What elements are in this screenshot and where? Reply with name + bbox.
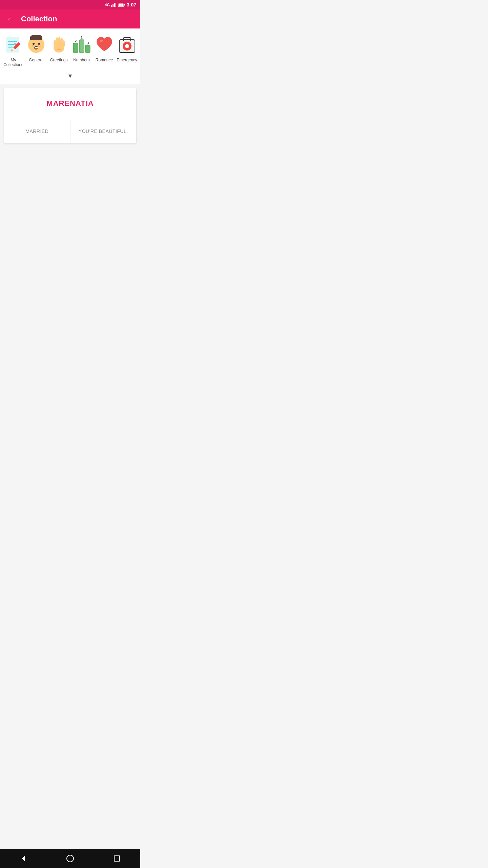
svg-rect-27 <box>36 47 38 48</box>
svg-rect-0 <box>111 5 112 7</box>
divider <box>0 84 140 84</box>
svg-rect-1 <box>113 4 114 7</box>
svg-rect-5 <box>124 4 125 6</box>
category-label-general: General <box>29 58 43 62</box>
svg-point-31 <box>58 37 61 45</box>
category-label-my-collections: My Collections <box>3 58 24 67</box>
svg-point-33 <box>62 40 65 47</box>
chevron-down-icon[interactable]: ▾ <box>68 72 72 80</box>
category-item-emergency[interactable]: Emergency <box>116 34 138 67</box>
battery-icon: ⚡ <box>118 3 125 7</box>
notebook-icon <box>3 34 24 56</box>
svg-text:1: 1 <box>80 36 82 40</box>
content-spacer <box>0 147 140 215</box>
svg-point-23 <box>39 46 40 47</box>
back-button[interactable]: ← <box>5 13 16 25</box>
phrase-card: MARENATIA MARRIED YOU'RE BEAUTIFUL. <box>4 88 136 143</box>
category-item-numbers[interactable]: 2 1 3 Numbers <box>71 34 92 67</box>
category-item-greetings[interactable]: Greetings <box>48 34 69 67</box>
card-title: MARENATIA <box>46 99 94 107</box>
card-option-beautiful[interactable]: YOU'RE BEAUTIFUL. <box>70 119 137 143</box>
category-label-numbers: Numbers <box>73 58 90 62</box>
app-bar-title: Collection <box>21 15 57 23</box>
status-icons: 4G ⚡ 3:07 <box>105 2 136 7</box>
svg-rect-35 <box>79 40 84 53</box>
status-time: 3:07 <box>127 2 136 7</box>
svg-point-19 <box>38 43 40 45</box>
category-item-my-collections[interactable]: My Collections <box>3 34 24 67</box>
svg-text:2: 2 <box>74 39 76 43</box>
numbers-icon: 2 1 3 <box>71 34 93 56</box>
card-options: MARRIED YOU'RE BEAUTIFUL. <box>4 119 136 143</box>
svg-rect-17 <box>30 37 42 40</box>
svg-point-22 <box>38 45 39 46</box>
svg-point-18 <box>33 43 35 45</box>
heart-icon <box>94 34 115 56</box>
svg-rect-34 <box>73 43 78 53</box>
signal-icon: 4G <box>105 3 110 7</box>
category-scroll: My Collections <box>3 34 138 70</box>
card-option-married[interactable]: MARRIED <box>4 119 70 143</box>
svg-rect-36 <box>85 45 90 53</box>
svg-text:⚡: ⚡ <box>119 3 123 7</box>
svg-point-21 <box>33 46 34 47</box>
category-label-emergency: Emergency <box>117 58 137 62</box>
category-label-romance: Romance <box>96 58 113 62</box>
app-bar: ← Collection <box>0 9 140 28</box>
card-header: MARENATIA <box>4 88 136 119</box>
category-item-general[interactable]: General <box>25 34 47 67</box>
signal-bars-icon <box>111 3 117 7</box>
svg-text:3: 3 <box>86 41 88 45</box>
svg-rect-3 <box>115 3 116 7</box>
face-icon <box>25 34 47 56</box>
hand-icon <box>48 34 70 56</box>
svg-rect-45 <box>125 45 129 47</box>
category-row: My Collections <box>0 28 140 84</box>
status-bar: 4G ⚡ 3:07 <box>0 0 140 9</box>
svg-point-20 <box>32 45 33 46</box>
category-label-greetings: Greetings <box>50 58 67 62</box>
svg-point-30 <box>56 37 58 46</box>
svg-rect-2 <box>114 3 115 7</box>
category-item-romance[interactable]: Romance <box>94 34 115 67</box>
firstaid-icon <box>116 34 138 56</box>
svg-rect-26 <box>35 47 36 48</box>
